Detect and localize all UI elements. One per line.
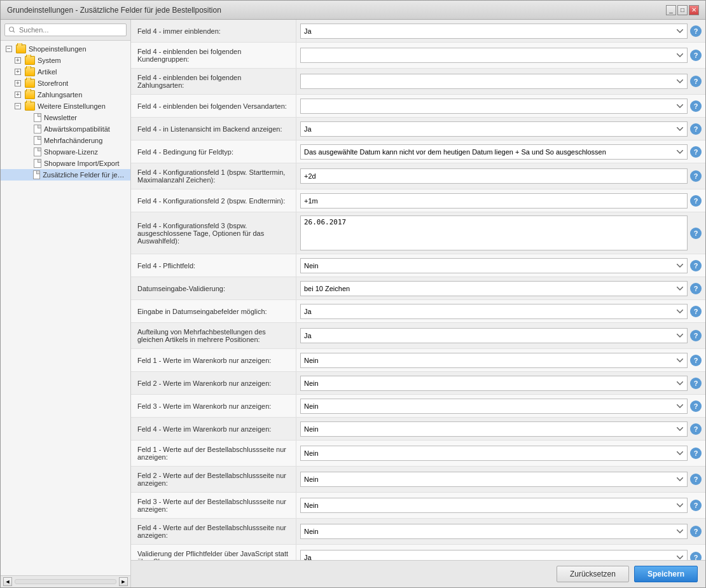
sidebar-item-label: Zusätzliche Felder für jede Be (43, 171, 128, 179)
help-button[interactable]: ? (690, 100, 702, 112)
help-button[interactable]: ? (690, 76, 702, 87)
field-label: Feld 4 - Bedingung für Feldtyp: (131, 140, 296, 163)
help-button[interactable]: ? (690, 306, 702, 317)
field-select-feld3-bestellabschluss[interactable]: NeinJa (300, 498, 688, 513)
help-button[interactable]: ? (690, 500, 702, 511)
help-button[interactable]: ? (690, 448, 702, 459)
form-row: Feld 4 - einblenden bei folgenden Kunden… (131, 43, 705, 69)
expand-icon[interactable]: + (15, 57, 21, 64)
field-select-feld4-immer[interactable]: JaNein (300, 24, 688, 39)
sidebar-item-zusaetzliche-felder[interactable]: Zusätzliche Felder für jede Be (1, 169, 130, 181)
footer: Zurücksetzen Speichern (131, 560, 705, 587)
field-control-cell: Das ausgewählte Datum kann nicht vor dem… (296, 140, 705, 163)
expand-icon[interactable]: + (15, 80, 21, 86)
sidebar-item-system[interactable]: +System (1, 55, 130, 66)
field-select-feld2-warenkorb[interactable]: NeinJa (300, 376, 688, 391)
sidebar-item-label: Zahlungsarten (38, 91, 82, 99)
field-select-feld3-warenkorb[interactable]: NeinJa (300, 399, 688, 414)
field-select-feld4-warenkorb[interactable]: NeinJa (300, 421, 688, 437)
help-button[interactable]: ? (690, 378, 702, 389)
help-button[interactable]: ? (690, 330, 702, 341)
sidebar-item-shopware-import-export[interactable]: Shopware Import/Export (1, 158, 130, 169)
save-button[interactable]: Speichern (634, 566, 698, 582)
field-select-feld4-versandarten[interactable] (300, 99, 688, 114)
sidebar-item-weitere-einstellungen[interactable]: −Weitere Einstellungen (1, 100, 130, 112)
expand-icon[interactable]: + (15, 69, 21, 75)
help-button[interactable]: ? (690, 552, 702, 560)
folder-icon (25, 79, 35, 88)
scroll-right-arrow[interactable]: ► (119, 577, 128, 586)
maximize-button[interactable]: □ (677, 5, 688, 15)
sidebar-item-shopware-lizenz[interactable]: Shopware-Lizenz (1, 146, 130, 158)
field-select-feld2-bestellabschluss[interactable]: NeinJa (300, 472, 688, 487)
field-select-validierung-pflichtfelder[interactable]: JaNein (300, 550, 688, 560)
form-row: Feld 4 - Bedingung für Feldtyp:Das ausge… (131, 140, 705, 163)
help-button[interactable]: ? (690, 146, 702, 158)
window-controls: _ □ ✕ (666, 5, 699, 15)
content-scroll[interactable]: Feld 4 - immer einblenden:JaNein?Feld 4 … (131, 20, 705, 560)
field-select-feld1-bestellabschluss[interactable]: NeinJa (300, 446, 688, 461)
expand-icon[interactable]: − (15, 103, 21, 109)
field-select-eingabe-datumseingabefelder[interactable]: JaNein (300, 304, 688, 319)
help-button[interactable]: ? (690, 25, 702, 37)
field-textarea-feld4-konfig3[interactable] (300, 215, 688, 250)
help-button[interactable]: ? (690, 355, 702, 366)
field-label: Feld 4 - Pflichtfeld: (131, 254, 296, 277)
field-label: Feld 4 - einblenden bei folgenden Zahlun… (131, 69, 296, 94)
form-row: Datumseingabe-Validierung:bei 10 Zeichen… (131, 277, 705, 300)
help-button[interactable]: ? (690, 123, 702, 135)
field-label: Feld 4 - in Listenansicht im Backend anz… (131, 118, 296, 140)
field-select-feld4-kundengruppen[interactable] (300, 48, 688, 63)
form-row: Feld 1 - Werte auf der Bestellabschlusss… (131, 441, 705, 467)
help-button[interactable]: ? (690, 283, 702, 294)
help-button[interactable]: ? (690, 170, 702, 182)
field-select-feld4-zahlungsarten[interactable] (300, 74, 688, 89)
sidebar-item-zahlungsarten[interactable]: +Zahlungsarten (1, 89, 130, 100)
help-button[interactable]: ? (690, 526, 702, 537)
reset-button[interactable]: Zurücksetzen (557, 566, 629, 582)
expand-icon[interactable]: − (6, 46, 12, 52)
field-label: Feld 4 - Konfigurationsfeld 3 (bspw. aus… (131, 212, 296, 254)
sidebar-item-shopeinstellungen[interactable]: −Shopeinstellungen (1, 43, 130, 55)
field-input-feld4-konfig1[interactable] (300, 168, 688, 184)
search-input[interactable] (4, 24, 127, 36)
help-button[interactable]: ? (690, 50, 702, 61)
form-row: Feld 3 - Werte im Warenkorb nur anzeigen… (131, 395, 705, 418)
close-button[interactable]: ✕ (689, 5, 699, 15)
form-row: Feld 4 - Konfigurationsfeld 3 (bspw. aus… (131, 212, 705, 254)
field-select-feld4-bestellabschluss[interactable]: NeinJa (300, 524, 688, 539)
field-input-feld4-konfig2[interactable] (300, 193, 688, 209)
field-control-cell: ? (296, 189, 705, 212)
folder-icon (25, 102, 35, 111)
field-control-cell: NeinJa? (296, 418, 705, 440)
sidebar-item-abwaertskompatibilitaet[interactable]: Abwärtskompatibilität (1, 123, 130, 135)
sidebar-scrollbar-track[interactable] (15, 579, 116, 584)
sidebar-item-artikel[interactable]: +Artikel (1, 66, 130, 78)
help-button[interactable]: ? (690, 260, 702, 271)
help-button[interactable]: ? (690, 400, 702, 412)
sidebar-item-mehrfachaenderung[interactable]: Mehrfachänderung (1, 135, 130, 146)
scroll-left-arrow[interactable]: ◄ (3, 577, 12, 586)
field-select-feld1-warenkorb[interactable]: NeinJa (300, 353, 688, 368)
help-button[interactable]: ? (690, 423, 702, 435)
expand-icon[interactable]: + (15, 92, 21, 98)
help-button[interactable]: ? (690, 228, 702, 239)
field-select-datumseingabe-validierung[interactable]: bei 10 Zeichen (300, 281, 688, 296)
field-label: Feld 1 - Werte auf der Bestellabschlusss… (131, 441, 296, 466)
field-select-aufteilung-mehrfachbestellungen[interactable]: JaNein (300, 328, 688, 343)
field-control-cell: ? (296, 95, 705, 117)
field-control-cell: ? (296, 43, 705, 68)
help-button[interactable]: ? (690, 195, 702, 207)
sidebar-item-storefront[interactable]: +Storefront (1, 78, 130, 89)
minimize-button[interactable]: _ (666, 5, 676, 15)
form-row: Feld 4 - immer einblenden:JaNein? (131, 20, 705, 43)
field-select-feld4-listenansicht[interactable]: JaNein (300, 121, 688, 137)
sidebar-item-label: Shopeinstellungen (29, 45, 87, 53)
field-select-feld4-bedingung[interactable]: Das ausgewählte Datum kann nicht vor dem… (300, 144, 688, 160)
sidebar-item-newsletter[interactable]: Newsletter (1, 112, 130, 123)
field-select-feld4-pflichtfeld[interactable]: NeinJa (300, 258, 688, 273)
field-control-cell: NeinJa? (296, 372, 705, 394)
help-button[interactable]: ? (690, 474, 702, 485)
sidebar: −Shopeinstellungen+System+Artikel+Storef… (1, 20, 131, 587)
sidebar-item-label: Newsletter (44, 114, 77, 121)
